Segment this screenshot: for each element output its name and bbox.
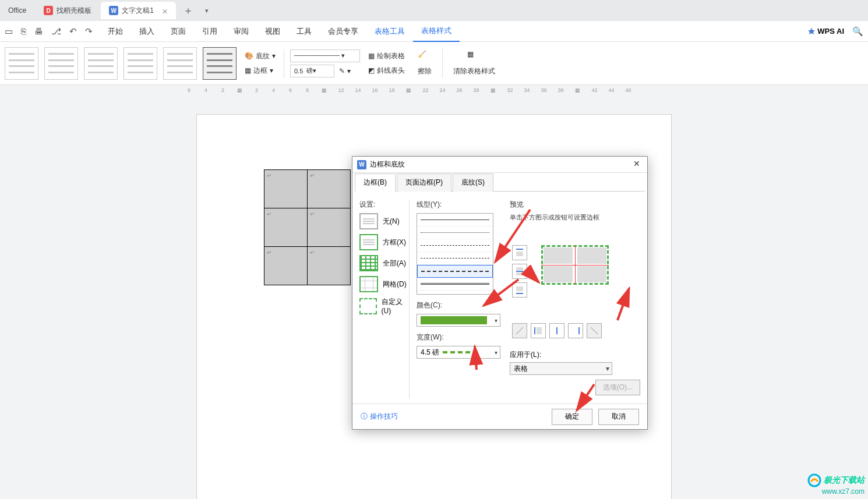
draw-table-button[interactable]: ▦绘制表格 <box>366 50 407 62</box>
border-diag1-button[interactable] <box>512 323 527 338</box>
menu-view[interactable]: 视图 <box>257 21 288 42</box>
setting-none[interactable]: 无(N) <box>359 213 409 229</box>
cancel-button[interactable]: 取消 <box>598 409 639 425</box>
border-bottom-button[interactable] <box>512 282 527 298</box>
tab-page-border[interactable]: 页面边框(P) <box>397 174 451 192</box>
svg-point-26 <box>809 475 820 486</box>
border-left-button[interactable] <box>531 323 546 338</box>
svg-rect-2 <box>516 252 523 256</box>
border-vmid-button[interactable] <box>549 323 564 338</box>
svg-rect-10 <box>537 327 542 334</box>
svg-rect-9 <box>534 327 535 334</box>
line-style-list[interactable] <box>417 213 493 295</box>
menu-tools[interactable]: 工具 <box>288 21 320 42</box>
svg-rect-11 <box>556 327 558 334</box>
ok-button[interactable]: 确定 <box>552 409 592 425</box>
new-tab-button[interactable]: ＋ <box>177 3 199 17</box>
preview-label: 预览 <box>510 200 640 210</box>
table-style-3[interactable] <box>84 47 118 80</box>
ai-icon <box>807 27 816 36</box>
redo-icon[interactable]: ↷ <box>85 26 93 37</box>
tips-link[interactable]: ⓘ 操作技巧 <box>361 412 398 422</box>
line-solid[interactable] <box>417 214 493 227</box>
menu-start[interactable]: 开始 <box>100 21 131 42</box>
ribbon: 🎨底纹 ▾ ▦边框 ▾ ────────── ▾ 0.5 磅 ▾ ✎▾ ▦绘制表… <box>0 42 868 85</box>
line-dashdotdot[interactable] <box>417 265 493 278</box>
none-icon <box>359 213 378 229</box>
erase-button[interactable]: 🧹 擦除 <box>413 48 436 79</box>
width-combo[interactable]: 4.5 磅 <box>417 346 500 359</box>
preview-table[interactable] <box>541 245 609 285</box>
border-right-button[interactable] <box>568 323 583 338</box>
setting-custom[interactable]: 自定义(U) <box>359 297 409 315</box>
line-dotted[interactable] <box>417 227 493 239</box>
undo-icon[interactable]: ↶ <box>69 26 77 37</box>
color-combo[interactable] <box>417 314 500 327</box>
template-icon: D <box>44 6 53 15</box>
clear-icon: ▦ <box>467 50 481 64</box>
line-width-combo[interactable]: 0.5 磅 ▾ <box>290 65 334 77</box>
border-dropdown[interactable]: ▦边框 ▾ <box>242 65 278 77</box>
menu-review[interactable]: 审阅 <box>225 21 257 42</box>
svg-rect-4 <box>516 267 523 270</box>
border-diag2-button[interactable] <box>587 323 602 338</box>
setting-box[interactable]: 方框(X) <box>359 234 409 250</box>
diag-icon: ◩ <box>368 66 375 75</box>
table-style-4[interactable] <box>124 47 157 80</box>
menu-member[interactable]: 会员专享 <box>320 21 366 42</box>
table-style-1[interactable] <box>5 47 38 80</box>
color-swatch <box>421 316 487 324</box>
table-style-5[interactable] <box>163 47 197 80</box>
wps-ai-button[interactable]: WPS AI <box>807 27 844 36</box>
save-icon[interactable]: ▭ <box>5 26 13 37</box>
horizontal-ruler: 642 ▦2468 ▦12141618 ▦22242628 ▦32343638 … <box>0 85 868 95</box>
clear-style-button[interactable]: ▦ 清除表格样式 <box>449 48 500 79</box>
line-color-dropdown[interactable]: ✎▾ <box>337 65 353 77</box>
border-hmid-button[interactable] <box>512 264 527 279</box>
logo-icon <box>807 473 821 487</box>
table-style-2[interactable] <box>44 47 78 80</box>
border-top-button[interactable] <box>512 245 527 260</box>
menu-table-style[interactable]: 表格样式 <box>413 21 460 42</box>
setting-all[interactable]: 全部(A) <box>359 255 409 271</box>
line-double[interactable] <box>417 278 493 291</box>
watermark: 极光下载站 www.xz7.com <box>807 473 865 496</box>
tab-close-icon[interactable]: ✕ <box>162 8 168 13</box>
svg-rect-12 <box>578 327 580 334</box>
svg-line-8 <box>516 327 523 334</box>
dialog-close-button[interactable]: ✕ <box>631 159 643 171</box>
document-table[interactable]: ↵↵ ↵↵ ↵↵ <box>264 169 351 285</box>
custom-icon <box>359 298 377 314</box>
tab-shading[interactable]: 底纹(S) <box>453 174 493 192</box>
print-icon[interactable]: 🖶 <box>34 26 43 37</box>
diag-header-button[interactable]: ◩斜线表头 <box>366 65 407 77</box>
preview-icon[interactable]: ⎇ <box>51 26 61 37</box>
pencil-icon: ✎ <box>339 67 345 75</box>
line-dashed[interactable] <box>417 239 493 252</box>
tab-border[interactable]: 边框(B) <box>355 174 396 192</box>
line-dashdot[interactable] <box>417 252 493 265</box>
tab-dropdown[interactable]: ▾ <box>199 7 214 15</box>
dialog-titlebar: W 边框和底纹 ✕ <box>352 157 647 173</box>
setting-grid[interactable]: 网格(D) <box>359 276 409 292</box>
settings-label: 设置: <box>359 200 409 210</box>
tab-document[interactable]: W 文字文稿1 ✕ <box>101 2 176 19</box>
line-style-combo[interactable]: ────────── ▾ <box>290 49 360 62</box>
svg-rect-5 <box>516 272 523 275</box>
search-icon[interactable]: 🔍 <box>852 26 863 37</box>
shading-dropdown[interactable]: 🎨底纹 ▾ <box>242 50 278 62</box>
menu-insert[interactable]: 插入 <box>131 21 163 42</box>
menu-page[interactable]: 页面 <box>163 21 194 42</box>
apply-to-combo[interactable]: 表格 <box>510 362 612 375</box>
svg-rect-3 <box>516 271 523 272</box>
table-style-6[interactable] <box>203 47 237 80</box>
tab-office[interactable]: Office <box>0 2 34 19</box>
apply-label: 应用于(L): <box>510 350 640 360</box>
svg-rect-7 <box>516 286 523 291</box>
open-icon[interactable]: ⎘ <box>21 26 26 37</box>
menu-table-tools[interactable]: 表格工具 <box>366 21 413 42</box>
tab-template[interactable]: D 找稻壳模板 <box>36 2 100 19</box>
box-icon <box>359 234 378 250</box>
menu-ref[interactable]: 引用 <box>194 21 225 42</box>
svg-rect-1 <box>516 249 523 250</box>
